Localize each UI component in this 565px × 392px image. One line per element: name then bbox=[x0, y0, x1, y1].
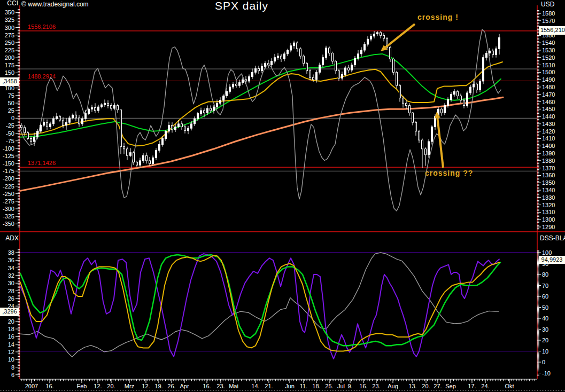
candle-body bbox=[252, 72, 253, 76]
time-tick-label: 2007 bbox=[25, 383, 38, 389]
candle-body bbox=[95, 108, 96, 111]
axis-tick-label: 200 bbox=[5, 54, 14, 61]
time-tick-label: Aug bbox=[388, 383, 398, 389]
axis-tick-label: -100 bbox=[3, 145, 14, 152]
candle-body bbox=[236, 84, 237, 85]
axis-tick-label: 150 bbox=[5, 69, 14, 76]
axis-tick-label: 10 bbox=[8, 356, 14, 363]
candle-body bbox=[367, 39, 369, 44]
candle-body bbox=[268, 64, 269, 65]
annotation-arrow-shaft[interactable] bbox=[385, 24, 415, 48]
axis-tick-label: 1300 bbox=[542, 216, 555, 223]
time-tick-label: 18. bbox=[312, 383, 320, 389]
indicator-series-adx-gray bbox=[20, 253, 499, 357]
time-tick-label: 20. bbox=[422, 383, 430, 389]
axis-tick-label: 1510 bbox=[542, 62, 555, 68]
candle-body bbox=[457, 91, 459, 96]
candle-body bbox=[306, 64, 308, 71]
axis-tick-label: 1450 bbox=[542, 106, 555, 112]
candle-body bbox=[197, 114, 199, 119]
annotation-crossing-2[interactable]: crossing ?? bbox=[425, 169, 473, 177]
candle-body bbox=[101, 105, 103, 107]
last-price-badge: 1556,210 bbox=[539, 26, 565, 35]
time-tick-label: 16. bbox=[203, 383, 211, 389]
candle-body bbox=[117, 105, 119, 109]
annotation-arrow-shaft[interactable] bbox=[437, 118, 443, 168]
axis-tick-label: 50 bbox=[8, 100, 14, 106]
candle-body bbox=[233, 84, 234, 87]
candle-body bbox=[72, 115, 74, 118]
candle-body bbox=[130, 153, 131, 156]
candle-body bbox=[415, 122, 417, 131]
axis-tick-label: 1520 bbox=[542, 54, 555, 61]
candle-body bbox=[447, 99, 449, 105]
candle-body bbox=[56, 116, 58, 119]
axis-tick-label: 1360 bbox=[542, 172, 555, 178]
axis-tick-label: 1350 bbox=[542, 179, 555, 186]
candle-body bbox=[303, 56, 305, 64]
axis-tick-label: 1370 bbox=[542, 165, 555, 171]
candle-body bbox=[326, 48, 327, 58]
dss-value-badge: 94,9923 bbox=[539, 256, 565, 264]
axis-tick-label: 1410 bbox=[542, 135, 555, 142]
candle-body bbox=[111, 105, 112, 108]
candle-body bbox=[479, 81, 481, 90]
candle-body bbox=[425, 149, 427, 155]
axis-tick-label: 100 bbox=[542, 249, 552, 256]
candle-body bbox=[274, 58, 276, 61]
candle-body bbox=[338, 71, 340, 79]
candle-body bbox=[281, 56, 282, 59]
candle-body bbox=[467, 93, 468, 105]
axis-tick-label: 1430 bbox=[542, 121, 555, 127]
axis-tick-label: 1340 bbox=[542, 187, 555, 193]
candle-body bbox=[53, 119, 55, 124]
axis-tick-label: 1490 bbox=[542, 76, 555, 83]
price-level-label: 1371,1426 bbox=[28, 160, 56, 166]
candle-body bbox=[162, 138, 164, 144]
candle-body bbox=[374, 34, 375, 36]
axis-tick-label: 325 bbox=[5, 17, 14, 23]
candle-body bbox=[380, 33, 382, 36]
time-tick-label: Mrz bbox=[125, 383, 134, 389]
candle-body bbox=[204, 111, 205, 113]
axis-tick-label: 38 bbox=[8, 249, 14, 256]
axis-tick-label: 225 bbox=[5, 47, 14, 53]
candle-body bbox=[168, 126, 170, 131]
axis-tick-label: 10 bbox=[542, 348, 548, 355]
candle-body bbox=[194, 119, 196, 124]
time-tick-label: 23. bbox=[216, 383, 225, 389]
candle-body bbox=[24, 128, 26, 133]
axis-tick-label: 1380 bbox=[542, 158, 555, 164]
candle-body bbox=[178, 124, 180, 127]
time-tick-label: 16. bbox=[45, 383, 53, 389]
candle-body bbox=[499, 38, 500, 49]
axis-tick-label: 1440 bbox=[542, 113, 555, 120]
chart-canvas[interactable]: 1556,21061488,29241371,14263503253002752… bbox=[0, 0, 565, 392]
candle-body bbox=[309, 71, 311, 77]
axis-tick-label: -125 bbox=[3, 153, 14, 159]
axis-tick-label: 1420 bbox=[542, 128, 555, 135]
annotation-crossing-1[interactable]: crossing ! bbox=[417, 13, 459, 21]
candle-body bbox=[104, 103, 106, 105]
candle-body bbox=[75, 115, 77, 118]
candle-body bbox=[210, 108, 212, 111]
candle-body bbox=[460, 96, 462, 100]
candle-body bbox=[156, 151, 157, 158]
candle-body bbox=[277, 56, 279, 58]
candle-body bbox=[91, 108, 93, 109]
price-level-label: 1556,2106 bbox=[28, 23, 56, 30]
candle-body bbox=[249, 77, 250, 81]
axis-tick-label: -10 bbox=[542, 370, 551, 377]
candle-body bbox=[441, 109, 443, 113]
time-tick-label: Mai bbox=[229, 383, 238, 389]
candle-body bbox=[335, 61, 337, 71]
candle-body bbox=[146, 155, 148, 161]
candle-body bbox=[463, 100, 465, 106]
axis-tick-label: -50 bbox=[6, 130, 14, 137]
candle-body bbox=[188, 128, 189, 130]
axis-tick-label: 30 bbox=[542, 326, 548, 333]
axis-tick-label: -150 bbox=[3, 160, 14, 167]
axis-tick-label: 1330 bbox=[542, 194, 555, 201]
time-tick-label: 12. bbox=[94, 383, 102, 389]
candle-body bbox=[377, 33, 378, 34]
